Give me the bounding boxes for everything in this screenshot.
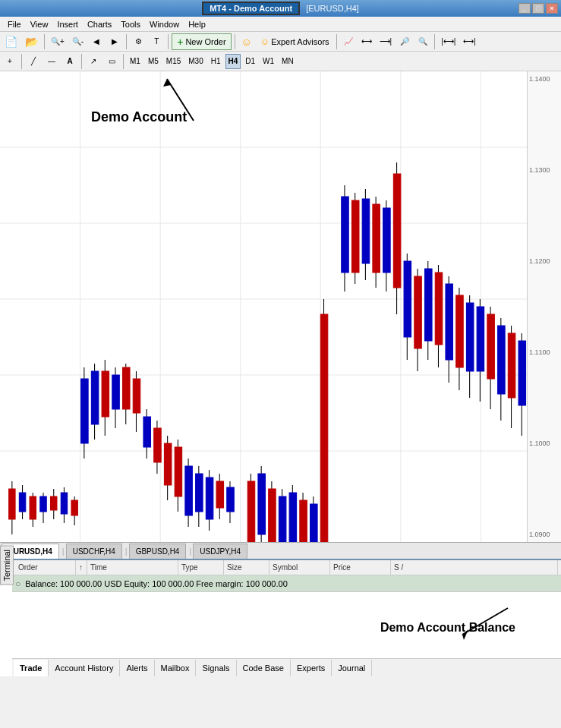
new-chart-button[interactable]: 📄: [2, 33, 20, 50]
svg-rect-42: [154, 428, 162, 462]
candlestick-chart: [0, 71, 561, 542]
scroll-left-button[interactable]: ◀: [88, 33, 105, 50]
expert-advisors-button[interactable]: ☺ Expert Advisors: [257, 33, 333, 50]
menu-tools[interactable]: Tools: [116, 18, 145, 30]
terminal-tab-codebase[interactable]: Code Base: [237, 660, 291, 676]
terminal-tab-account-history[interactable]: Account History: [49, 660, 120, 676]
svg-line-115: [462, 608, 508, 635]
menu-bar: File View Insert Charts Tools Window Hel…: [0, 17, 561, 32]
balance-row: ○ Balance: 100 000.00 USD Equity: 100 00…: [12, 575, 561, 592]
line-tool[interactable]: ╱: [25, 53, 42, 70]
indicator-button[interactable]: 📈: [340, 33, 357, 50]
period-sep-button[interactable]: ⟷: [358, 33, 375, 50]
close-button[interactable]: ×: [546, 3, 558, 14]
scroll-right-button[interactable]: ▶: [106, 33, 123, 50]
window-controls: _ □ ×: [518, 3, 558, 14]
svg-rect-20: [40, 496, 46, 512]
col-price: Price: [330, 560, 391, 575]
separator2: [126, 34, 127, 49]
auto-scroll-button[interactable]: ⟶|: [377, 33, 396, 50]
svg-rect-60: [258, 474, 266, 534]
terminal-panel: × Order ↑ Time Type Size Symbol Price S …: [0, 559, 561, 676]
menu-insert[interactable]: Insert: [52, 18, 83, 30]
svg-rect-76: [351, 200, 359, 273]
svg-rect-52: [206, 477, 213, 519]
minimize-button[interactable]: _: [518, 3, 531, 14]
terminal-tabs: Trade Account History Alerts Mailbox Sig…: [12, 658, 561, 676]
tf-w1[interactable]: W1: [260, 54, 277, 69]
svg-rect-16: [19, 493, 25, 512]
terminal-tab-journal[interactable]: Journal: [332, 660, 372, 676]
tf-mn[interactable]: MN: [279, 54, 297, 69]
menu-view[interactable]: View: [26, 18, 53, 30]
svg-rect-90: [425, 269, 433, 341]
terminal-sidebar-label[interactable]: Terminal: [0, 546, 14, 585]
tf-h4[interactable]: H4: [225, 54, 241, 69]
zoom-button[interactable]: 🔎: [396, 33, 413, 50]
terminal-tab-alerts[interactable]: Alerts: [120, 660, 154, 676]
menu-window[interactable]: Window: [145, 18, 184, 30]
new-order-button[interactable]: + New Order: [172, 33, 231, 50]
menu-help[interactable]: Help: [184, 18, 210, 30]
text-tool[interactable]: A: [61, 53, 78, 70]
tf-m5[interactable]: M5: [145, 54, 162, 69]
price-mid-high: 1.1300: [529, 166, 559, 174]
tf-m1[interactable]: M1: [127, 54, 143, 69]
col-symbol: Symbol: [269, 560, 330, 575]
col-order: Order: [15, 560, 76, 575]
crosshair-button[interactable]: +: [2, 53, 18, 70]
svg-rect-70: [310, 504, 318, 542]
chart-type2-button[interactable]: ⟷|: [460, 33, 479, 50]
svg-rect-62: [269, 489, 276, 542]
maximize-button[interactable]: □: [532, 3, 544, 14]
col-time: Time: [87, 560, 178, 575]
separator6: [434, 34, 435, 49]
svg-rect-106: [508, 333, 515, 398]
chart-tab-usdchf[interactable]: USDCHF,H4: [66, 544, 122, 559]
chart-area[interactable]: Demo Account: [0, 71, 561, 542]
separator1: [44, 34, 45, 49]
col-sort[interactable]: ↑: [76, 560, 87, 575]
col-sl: S /: [391, 560, 558, 575]
balance-arrow-svg: [447, 600, 538, 646]
zoom-in-button[interactable]: 🔍+: [48, 33, 68, 50]
arrow-tool[interactable]: ↗: [85, 53, 102, 70]
svg-rect-40: [143, 417, 151, 447]
tb2-sep2: [81, 54, 82, 69]
svg-rect-74: [342, 197, 349, 273]
tf-d1[interactable]: D1: [242, 54, 258, 69]
menu-charts[interactable]: Charts: [83, 18, 116, 30]
chart-tab-gbpusd[interactable]: GBPUSD,H4: [129, 544, 187, 559]
rectangle-tool[interactable]: ▭: [103, 53, 120, 70]
demo-balance-label: Demo Account Balance: [380, 621, 515, 635]
open-button[interactable]: 📂: [22, 33, 41, 50]
svg-rect-92: [435, 273, 443, 345]
hline-tool[interactable]: —: [43, 53, 60, 70]
price-lower: 1.0900: [529, 531, 559, 538]
chart-tabs: EURUSD,H4 | USDCHF,H4 | GBPUSD,H4 | USDJ…: [0, 542, 561, 559]
separator4: [235, 34, 235, 49]
zoom-out2-button[interactable]: 🔍: [414, 33, 431, 50]
terminal-tab-signals[interactable]: Signals: [196, 660, 236, 676]
expert-advisors-smiley: ☺: [238, 33, 255, 50]
expert-advisors-label: Expert Advisors: [271, 37, 329, 46]
menu-file[interactable]: File: [3, 18, 26, 30]
svg-rect-54: [216, 481, 224, 508]
tf-m15[interactable]: M15: [163, 54, 184, 69]
terminal-tab-mailbox[interactable]: Mailbox: [155, 660, 197, 676]
svg-marker-116: [462, 629, 468, 640]
svg-rect-14: [9, 489, 15, 519]
svg-rect-34: [112, 375, 120, 409]
terminal-tab-experts[interactable]: Experts: [291, 660, 332, 676]
svg-rect-30: [91, 371, 99, 424]
col-type: Type: [178, 560, 224, 575]
svg-rect-88: [414, 276, 422, 348]
zoom-out-button[interactable]: 🔍-: [69, 33, 87, 50]
chart-type-button[interactable]: |⟷|: [438, 33, 459, 50]
terminal-tab-trade[interactable]: Trade: [14, 660, 49, 676]
tf-h1[interactable]: H1: [208, 54, 224, 69]
template-button[interactable]: T: [148, 33, 165, 50]
tf-m30[interactable]: M30: [185, 54, 206, 69]
chart-tab-usdjpy[interactable]: USDJPY,H4: [193, 544, 247, 559]
chart-properties-button[interactable]: ⚙: [130, 33, 147, 50]
